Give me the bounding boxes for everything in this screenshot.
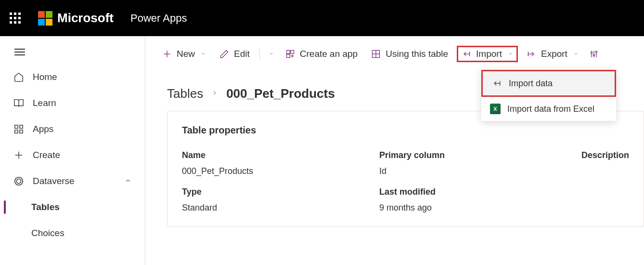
sidebar-item-tables[interactable]: Tables	[0, 194, 145, 220]
svg-point-25	[593, 54, 594, 56]
sidebar-item-learn[interactable]: Learn	[0, 90, 145, 116]
card-title: Table properties	[182, 125, 629, 136]
content-area: New Edit Create an app	[145, 36, 644, 265]
plus-icon	[162, 49, 172, 59]
import-button[interactable]: Import	[457, 46, 518, 62]
properties-grid: Name Primary column Description 000_Pet_…	[182, 150, 629, 213]
brand-text: Microsoft	[57, 11, 114, 26]
label-primary-column: Primary column	[379, 150, 577, 160]
sidebar-item-choices[interactable]: Choices	[0, 220, 145, 246]
value-type: Standard	[182, 203, 379, 213]
app-grid-icon	[285, 49, 295, 59]
excel-icon: X	[490, 104, 501, 114]
sidebar-item-label: Tables	[31, 202, 60, 212]
import-icon	[462, 49, 471, 59]
import-icon	[491, 78, 502, 89]
sidebar-item-label: Home	[33, 72, 57, 82]
table-icon	[371, 49, 381, 59]
toolbar-label: Edit	[234, 49, 250, 59]
toolbar-label: Export	[541, 49, 567, 59]
plus-icon	[13, 150, 24, 160]
app-header: Microsoft Power Apps	[0, 0, 644, 36]
value-primary-column: Id	[379, 166, 577, 176]
dropdown-item-import-excel[interactable]: X Import data from Excel	[481, 97, 616, 121]
hamburger-icon	[14, 49, 25, 55]
sidebar-item-label: Learn	[33, 98, 56, 108]
breadcrumb-current: 000_Pet_Products	[226, 86, 335, 101]
chevron-down-icon	[508, 51, 513, 57]
svg-point-24	[591, 52, 592, 53]
breadcrumb-parent[interactable]: Tables	[167, 86, 203, 101]
label-description: Description	[577, 150, 629, 160]
microsoft-logo-icon	[38, 11, 52, 26]
book-icon	[13, 98, 24, 108]
svg-rect-3	[20, 130, 23, 133]
svg-point-6	[15, 177, 23, 186]
sidebar-item-label: Dataverse	[33, 176, 75, 186]
hamburger-menu-button[interactable]	[0, 40, 145, 64]
sidebar: Home Learn Apps Create Dataverse	[0, 36, 145, 265]
svg-rect-1	[20, 125, 23, 128]
chevron-right-icon	[211, 88, 219, 99]
svg-rect-11	[286, 54, 290, 58]
sidebar-item-home[interactable]: Home	[0, 64, 145, 90]
edit-button[interactable]: Edit	[215, 46, 255, 62]
create-app-button[interactable]: Create an app	[281, 46, 362, 62]
dropdown-label: Import data	[509, 79, 553, 89]
edit-split-chevron[interactable]	[266, 48, 277, 60]
dataverse-icon	[13, 176, 24, 186]
svg-rect-0	[15, 125, 18, 128]
pencil-icon	[219, 49, 229, 59]
settings-sliders-icon[interactable]	[589, 49, 599, 59]
sidebar-item-label: Choices	[31, 228, 64, 238]
app-name: Power Apps	[130, 12, 187, 25]
home-icon	[13, 72, 24, 82]
new-button[interactable]: New	[157, 46, 211, 62]
label-name: Name	[182, 150, 379, 160]
sidebar-item-dataverse[interactable]: Dataverse	[0, 168, 145, 194]
app-launcher-icon[interactable]	[10, 13, 21, 24]
export-icon	[527, 49, 536, 59]
value-last-modified: 9 months ago	[379, 203, 577, 213]
label-last-modified: Last modified	[379, 187, 577, 197]
sidebar-item-create[interactable]: Create	[0, 142, 145, 168]
svg-point-26	[595, 51, 597, 53]
separator	[259, 48, 260, 60]
label-type: Type	[182, 187, 379, 197]
dropdown-label: Import data from Excel	[507, 104, 594, 114]
value-name: 000_Pet_Products	[182, 166, 379, 176]
command-bar: New Edit Create an app	[145, 36, 644, 72]
dropdown-item-import-data[interactable]: Import data	[481, 70, 616, 97]
microsoft-logo[interactable]: Microsoft	[38, 11, 114, 26]
chevron-down-icon	[573, 51, 579, 57]
sidebar-item-label: Create	[33, 150, 60, 160]
using-table-button[interactable]: Using this table	[366, 46, 453, 62]
export-button[interactable]: Export	[522, 46, 583, 62]
chevron-down-icon	[201, 51, 206, 57]
toolbar-label: Using this table	[386, 49, 448, 59]
toolbar-label: Import	[476, 49, 502, 59]
toolbar-label: Create an app	[300, 49, 358, 59]
grid-icon	[13, 124, 24, 134]
chevron-up-icon	[125, 177, 131, 186]
sidebar-item-apps[interactable]: Apps	[0, 116, 145, 142]
import-dropdown: Import data X Import data from Excel	[481, 70, 616, 121]
table-properties-card: Table properties Name Primary column Des…	[167, 111, 644, 227]
toolbar-label: New	[177, 49, 195, 59]
svg-rect-9	[286, 51, 290, 54]
sidebar-item-label: Apps	[33, 124, 53, 134]
svg-rect-2	[15, 130, 18, 133]
svg-rect-10	[291, 51, 294, 54]
